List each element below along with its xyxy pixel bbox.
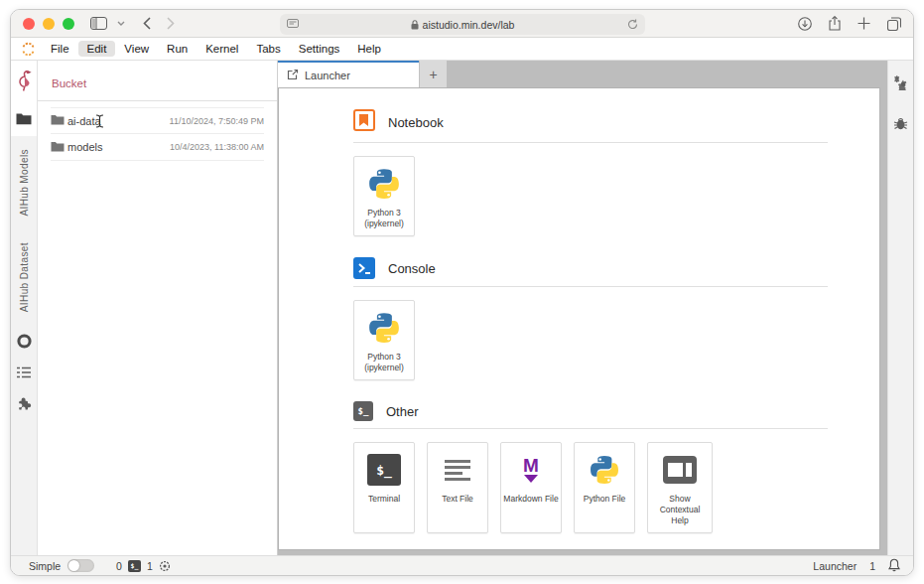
card-label: Text File <box>442 494 473 505</box>
section-title: Notebook <box>388 115 444 130</box>
card-label: Show <box>669 494 690 504</box>
menu-tabs[interactable]: Tabs <box>247 41 289 57</box>
file-modified: 11/10/2024, 7:50:49 PM <box>170 116 264 126</box>
zoom-window-button[interactable] <box>63 18 74 30</box>
launcher-panel: Notebook Python 3 (ipykernel) <box>278 87 880 550</box>
menu-run[interactable]: Run <box>158 41 197 57</box>
card-sublabel: (ipykernel) <box>364 219 404 228</box>
browser-toolbar: aistudio.min.dev/lab <box>11 10 913 38</box>
card-label: Python 3 <box>367 352 401 362</box>
app-logo-icon <box>18 42 38 57</box>
file-row-ai-data[interactable]: ai-data 11/10/2024, 7:50:49 PM <box>51 107 264 134</box>
menu-view[interactable]: View <box>115 41 158 57</box>
kernels-count: 1 <box>147 560 153 572</box>
menu-edit[interactable]: Edit <box>78 41 116 57</box>
card-sublabel: (ipykernel) <box>364 363 404 372</box>
sidebar-toggle-icon[interactable] <box>90 17 107 30</box>
menu-help[interactable]: Help <box>348 41 390 57</box>
share-icon[interactable] <box>829 16 841 31</box>
downloads-icon[interactable] <box>798 17 812 31</box>
file-browser-title: Bucket <box>52 77 277 89</box>
file-name: models <box>67 141 102 153</box>
launcher-card-text-file[interactable]: Text File <box>427 442 488 533</box>
notebook-icon <box>353 109 375 135</box>
folder-icon <box>51 114 65 127</box>
file-row-models[interactable]: models 10/4/2023, 11:38:00 AM <box>51 134 264 161</box>
address-bar[interactable]: aistudio.min.dev/lab <box>280 14 645 35</box>
python-icon <box>589 452 620 488</box>
divider <box>353 142 828 143</box>
contextual-help-icon <box>662 452 698 488</box>
launcher-tab-icon <box>287 69 299 82</box>
forward-button[interactable] <box>167 17 175 30</box>
status-bar: Simple 0 $_ 1 Launcher 1 <box>11 555 913 575</box>
folder-icon <box>51 141 65 154</box>
url-text: aistudio.min.dev/lab <box>423 19 515 31</box>
launcher-card-terminal[interactable]: $_ Terminal <box>353 442 415 533</box>
launcher-card-python3-notebook[interactable]: Python 3 (ipykernel) <box>353 156 415 236</box>
divider <box>353 428 828 429</box>
menu-kernel[interactable]: Kernel <box>197 41 247 57</box>
tab-overview-icon[interactable] <box>887 17 901 31</box>
menu-settings[interactable]: Settings <box>290 41 349 57</box>
notifications-count: 1 <box>869 560 875 572</box>
tab-label: Launcher <box>305 70 350 81</box>
close-window-button[interactable] <box>23 18 35 30</box>
reader-mode-icon[interactable] <box>287 19 299 30</box>
minimize-window-button[interactable] <box>43 18 55 30</box>
browser-window: aistudio.min.dev/lab File E <box>10 9 914 576</box>
simple-mode-label: Simple <box>29 560 61 572</box>
bell-icon[interactable] <box>888 558 900 574</box>
running-kernels-icon[interactable] <box>17 334 32 349</box>
card-sublabel: Contextual Help <box>660 505 701 525</box>
markdown-icon: M <box>523 458 539 483</box>
sidebar-tab-filebrowser[interactable] <box>11 100 37 136</box>
tab-bar: Launcher + <box>278 61 887 87</box>
add-tab-button[interactable]: + <box>419 61 447 87</box>
text-cursor-pointer <box>95 114 104 130</box>
tab-launcher[interactable]: Launcher <box>278 61 419 87</box>
divider <box>38 100 277 101</box>
card-label: Python 3 <box>367 208 401 218</box>
file-browser-panel: Bucket ai-data 11/10/2024, 7:50:49 PM <box>38 61 278 555</box>
sidebar-tab-aihub-dataset[interactable]: AIHub Dataset <box>19 242 30 312</box>
launcher-section-notebook: Notebook Python 3 (ipykernel) <box>353 109 828 236</box>
table-of-contents-icon[interactable] <box>17 366 31 378</box>
terminal-icon: $_ <box>367 454 401 486</box>
launcher-section-other: $_ Other $_ Terminal <box>353 401 828 533</box>
launcher-card-markdown-file[interactable]: M Markdown File <box>500 442 562 533</box>
launcher-section-console: Console Python 3 (ipykernel) <box>353 257 828 380</box>
left-sidebar-dock: AIHub Models AIHub Dataset <box>11 61 38 555</box>
card-label: Markdown File <box>503 494 558 505</box>
card-label: Python File <box>584 494 626 505</box>
launcher-card-contextual-help[interactable]: Show Contextual Help <box>647 442 713 533</box>
right-sidebar-dock <box>887 61 913 555</box>
text-file-icon <box>445 460 470 481</box>
new-tab-icon[interactable] <box>858 17 870 30</box>
chevron-down-icon[interactable] <box>117 21 125 26</box>
extension-manager-icon[interactable] <box>16 396 32 412</box>
section-title: Other <box>386 404 419 419</box>
simple-mode-toggle[interactable] <box>67 559 94 572</box>
section-title: Console <box>388 261 436 276</box>
debugger-icon[interactable] <box>893 116 908 135</box>
launcher-card-python-file[interactable]: Python File <box>574 442 635 533</box>
window-controls <box>23 18 74 30</box>
terminal-status-icon[interactable]: $_ <box>128 560 141 572</box>
flamingo-logo-icon <box>11 61 37 100</box>
main-dock-area: Launcher + Notebook <box>278 61 887 555</box>
jupyter-menubar: File Edit View Run Kernel Tabs Settings … <box>11 38 913 61</box>
kernel-status-icon[interactable] <box>159 560 171 572</box>
launcher-card-python3-console[interactable]: Python 3 (ipykernel) <box>353 300 415 380</box>
reload-icon[interactable] <box>627 19 638 30</box>
card-label: Terminal <box>368 494 400 505</box>
console-icon <box>353 257 375 279</box>
python-icon <box>367 166 401 202</box>
sidebar-tab-aihub-models[interactable]: AIHub Models <box>19 149 30 217</box>
property-inspector-icon[interactable] <box>893 74 909 94</box>
back-button[interactable] <box>143 17 151 30</box>
python-icon <box>367 310 401 346</box>
divider <box>353 286 828 287</box>
context-label: Launcher <box>813 560 857 572</box>
menu-file[interactable]: File <box>42 41 78 57</box>
